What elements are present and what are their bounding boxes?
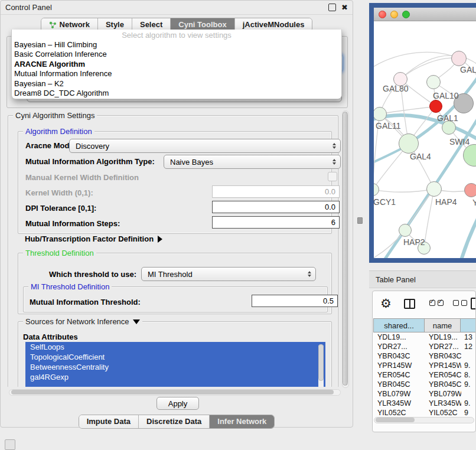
cell-value: 12 <box>461 342 476 351</box>
dropdown-item[interactable]: ARACNE Algorithm <box>12 60 341 69</box>
gear-icon[interactable]: ⚙ <box>380 297 392 310</box>
node-circle[interactable] <box>399 224 412 237</box>
attributes-vertical-scrollbar[interactable] <box>318 344 324 387</box>
tab-label: Discretize Data <box>146 415 201 428</box>
table-row[interactable]: YDL19... YDL19... 13 <box>373 332 476 342</box>
table-row[interactable]: YDR27... YDR27... 12 <box>373 342 476 351</box>
splitter-handle[interactable] <box>357 217 363 224</box>
aracne-mode-value: Discovery <box>76 142 109 151</box>
cell-value: 13 <box>461 332 476 342</box>
cell-shared-name: YBR045C <box>373 380 425 389</box>
which-threshold-value: MI Threshold <box>148 270 193 279</box>
data-attribute-item[interactable]: BetweennessCentrality <box>25 362 325 372</box>
aracne-mode-combobox[interactable]: Discovery <box>69 139 341 153</box>
table-panel-titlebar: Table Panel <box>369 270 476 288</box>
table-row[interactable]: YIL052C YIL052C 9 <box>373 408 476 415</box>
node-circle[interactable] <box>426 181 442 197</box>
node-circle[interactable] <box>451 51 467 66</box>
manual-kernel-checkbox[interactable] <box>328 172 337 181</box>
data-attribute-item[interactable]: gal4RGexp <box>25 372 325 382</box>
table-row[interactable]: YPR145W YPR145W 9. <box>373 361 476 370</box>
collapsed-panel-icon[interactable] <box>5 439 15 450</box>
apply-button[interactable]: Apply <box>157 397 199 410</box>
node-label: Y <box>472 198 476 207</box>
cell-shared-name: YER054C <box>373 370 425 380</box>
scrollbar-thumb[interactable] <box>318 344 324 381</box>
float-window-icon[interactable] <box>328 4 336 11</box>
dropdown-item[interactable]: Dream8 DC_TDC Algorithm <box>12 89 341 98</box>
data-attribute-items: SelfLoopsTopologicalCoefficientBetweenne… <box>25 342 325 382</box>
data-attributes-list[interactable]: SelfLoopsTopologicalCoefficientBetweenne… <box>25 342 325 387</box>
which-threshold-combobox[interactable]: MI Threshold <box>141 267 316 281</box>
mi-steps-field[interactable]: 6 <box>212 216 340 229</box>
cell-name: YIL052C <box>425 408 461 415</box>
dpi-tolerance-label: DPI Tolerance [0,1]: <box>25 204 96 213</box>
tab-infer-network[interactable]: Infer Network <box>209 415 274 428</box>
dropdown-item[interactable]: Mutual Information Inference <box>12 69 341 79</box>
unchecked-checkboxes-icon[interactable] <box>453 300 467 306</box>
node-label: HAP4 <box>435 197 457 207</box>
table-row[interactable]: YER054C YER054C 8. <box>373 370 476 380</box>
node-circle[interactable] <box>464 183 476 197</box>
group-title: Algorithm Definition <box>23 127 94 136</box>
scrollbar-thumb[interactable] <box>11 390 334 394</box>
tab-impute-data[interactable]: Impute Data <box>79 415 138 428</box>
node-label: GAL11 <box>376 121 401 131</box>
settings-horizontal-scrollbar[interactable] <box>9 389 341 396</box>
table-row[interactable]: YLR345W YLR345W 9. <box>373 399 476 408</box>
split-columns-icon[interactable] <box>404 299 415 309</box>
tab-discretize-data[interactable]: Discretize Data <box>138 415 209 428</box>
mi-threshold-definition-group: MI Threshold Definition Mutual Informati… <box>23 286 328 312</box>
cell-value <box>461 351 476 361</box>
mi-threshold-label: Mutual Information Threshold: <box>30 298 141 306</box>
network-window-titlebar[interactable] <box>374 8 476 21</box>
dropdown-item[interactable]: Bayesian – Hill Climbing <box>12 40 341 50</box>
group-title[interactable]: Sources for Network Inference <box>23 317 142 326</box>
close-icon[interactable]: ✖ <box>341 4 348 11</box>
node-label: GAL <box>460 65 476 74</box>
dropdown-item-list: Bayesian – Hill ClimbingBasic Correlatio… <box>12 40 341 98</box>
data-attribute-item-partial[interactable] <box>25 382 325 387</box>
cell-value: 8. <box>461 370 476 380</box>
close-traffic-light[interactable] <box>379 11 386 18</box>
cell-shared-name: YBL079W <box>373 389 425 399</box>
dpi-tolerance-field[interactable]: 0.0 <box>212 201 340 213</box>
network-canvas[interactable]: GAL GAL80 GAL10 GAL1 GAL11 SWI4 GAL4 GCY… <box>374 21 476 258</box>
page-icon[interactable] <box>471 298 476 309</box>
settings-vertical-scrollbar[interactable] <box>342 110 349 388</box>
mi-type-combobox[interactable]: Naive Bayes <box>164 155 341 169</box>
minimize-traffic-light[interactable] <box>390 11 398 18</box>
stepper-icon <box>308 271 311 277</box>
zoom-traffic-light[interactable] <box>402 11 410 18</box>
data-attribute-item[interactable]: TopologicalCoefficient <box>25 352 325 362</box>
cell-value: 9 <box>461 408 476 415</box>
column-header-name[interactable]: name <box>424 318 461 332</box>
checked-checkboxes-icon[interactable] <box>429 300 444 306</box>
column-header-partial[interactable] <box>460 318 476 332</box>
dropdown-item[interactable]: Bayesian – K2 <box>12 79 341 89</box>
kernel-width-field[interactable]: 0.0 <box>212 185 340 198</box>
network-window[interactable]: GAL GAL80 GAL10 GAL1 GAL11 SWI4 GAL4 GCY… <box>374 8 476 258</box>
column-header-shared-name[interactable]: shared... <box>373 318 425 332</box>
node-circle[interactable] <box>429 100 442 113</box>
table-row[interactable]: YBR045C YBR045C 9. <box>373 380 476 389</box>
node-circle[interactable] <box>426 75 441 89</box>
node-label: GCY1 <box>374 197 396 207</box>
window-buttons: ✖ <box>328 4 348 11</box>
dropdown-item[interactable]: Basic Correlation Inference <box>12 50 341 59</box>
cell-name: YDL19... <box>425 332 461 342</box>
scrollbar-thumb[interactable] <box>376 418 415 422</box>
table-header-row: shared... name <box>373 318 476 332</box>
data-attribute-item[interactable]: SelfLoops <box>25 342 325 352</box>
node-circle[interactable] <box>399 133 419 154</box>
table-row[interactable]: YBR043C YBR043C <box>373 351 476 361</box>
scrollbar-thumb[interactable] <box>343 112 348 386</box>
table-row[interactable]: YBL079W YBL079W <box>373 389 476 399</box>
manual-kernel-label: Manual Kernel Width Definition <box>25 173 139 182</box>
control-panel-titlebar: Control Panel ✖ <box>1 1 353 15</box>
cell-value: 9. <box>461 399 476 408</box>
table-horizontal-scrollbar[interactable] <box>374 417 474 423</box>
table-panel-title: Table Panel <box>376 275 416 284</box>
hub-definition-expander[interactable]: Hub/Transcription Factor Definition <box>25 234 162 243</box>
mi-threshold-field[interactable]: 0.5 <box>252 295 338 307</box>
